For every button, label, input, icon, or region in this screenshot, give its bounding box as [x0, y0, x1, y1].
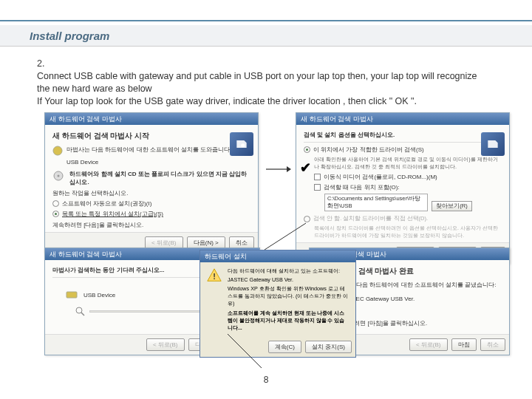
dlg4-cancel-button[interactable]: 취소 — [480, 338, 505, 351]
dlg4-finish-button[interactable]: 마침 — [451, 338, 477, 351]
svg-point-0 — [241, 143, 245, 147]
dlg1-opt-advanced[interactable]: 목록 또는 특정 위치에서 설치(고급)(S) — [52, 210, 250, 218]
dlg1-device: USB Device — [66, 159, 250, 166]
popup-warn: Windows XP 호환성 확인을 위한 Windows 로고 테스트를 통과… — [228, 285, 349, 307]
svg-point-1 — [53, 146, 62, 155]
svg-marker-5 — [287, 166, 291, 172]
checkmark-annotation: ✔ — [300, 160, 311, 176]
step-text: Connect USB cable with gateway and put c… — [37, 70, 482, 108]
dlg2-r2-sub: 목록에서 장치 드라이버를 선택하려면 이 옵션을 선택하십시오. 사용자가 선… — [314, 225, 502, 239]
brand-logo: DOOSAN Infracore — [458, 0, 519, 1]
dlg2-cb2[interactable]: 검색할 때 다음 위치 포함(O): — [314, 183, 502, 191]
dlg1-hint: 하드웨어와 함께 설치 CD 또는 플로피 디스크가 있으면 지금 삽입하십시오… — [69, 170, 250, 186]
dlg1-continue: 계속하려면 [다음]을 클릭하십시오. — [52, 221, 250, 229]
svg-line-8 — [81, 313, 84, 316]
dlg4-back-button[interactable]: < 뒤로(B) — [409, 338, 448, 351]
dlg1-title: 새 하드웨어 검색 마법사 — [50, 115, 122, 124]
popup-stop-button[interactable]: 설치 중지(S) — [305, 341, 352, 353]
brand-sub: Infracore — [458, 0, 519, 1]
page-title: Install program — [0, 25, 532, 47]
dlg3-device: USB Device — [83, 292, 115, 299]
dlg2-r2[interactable]: 검색 안 함. 설치할 드라이버를 직접 선택(D). — [304, 215, 502, 222]
annotation-line — [263, 222, 307, 251]
device-icon — [66, 290, 79, 300]
dlg2-browse-button[interactable]: 찾아보기(R) — [432, 201, 471, 211]
dlg1-prompt: 원하는 작업을 선택하십시오. — [52, 189, 250, 197]
dlg2-title: 새 하드웨어 검색 마법사 — [301, 115, 373, 124]
search-anim-icon — [75, 306, 85, 316]
arrow-icon — [265, 164, 291, 177]
info-icon — [52, 146, 63, 156]
dlg3-title: 새 하드웨어 검색 마법사 — [50, 250, 122, 259]
warning-icon: ! — [206, 267, 222, 284]
dlg2-r1[interactable]: 이 위치에서 가장 적합한 드라이버 검색(S) — [304, 146, 502, 154]
wizard-icon — [230, 132, 253, 156]
dlg2-heading: 검색 및 설치 옵션을 선택하십시오. — [304, 131, 502, 139]
page-number: 8 — [264, 375, 269, 385]
popup-title: 하드웨어 설치 — [205, 252, 247, 262]
popup-warn2: 소프트웨어를 계속 설치하면 현재 또는 나중에 시스템이 불안정해지거나 제대… — [228, 310, 349, 332]
dlg2-path-input[interactable]: C:\Documents and Settings\user\바탕 화면\USB — [324, 194, 428, 211]
dlg1-intro: 마법사는 다음 하드웨어에 대한 소프트웨어 설치를 도와줍니다 — [66, 146, 230, 154]
popup-continue-button[interactable]: 계속(C) — [268, 341, 301, 353]
dlg1-opt-auto[interactable]: 소프트웨어 자동으로 설치(권장)(I) — [52, 200, 250, 208]
cd-icon — [52, 170, 66, 182]
popup-line1: 다음 하드웨어에 대해 설치하고 있는 소프트웨어: — [228, 267, 349, 275]
svg-point-3 — [58, 175, 60, 177]
popup-device: JASTEC Gateway USB Ver. — [228, 276, 349, 283]
dlg2-r1-sub: 아래 확인란을 사용하여 기본 검색 위치(로컬 경로 및 이동식 미디어)를 … — [314, 156, 502, 171]
svg-rect-6 — [66, 292, 77, 298]
wizard-dialog-start: 새 하드웨어 검색 마법사 새 하드웨어 검색 마법사 시작 마법사는 다음 하… — [44, 112, 259, 253]
svg-line-14 — [228, 334, 262, 368]
svg-text:!: ! — [213, 272, 216, 281]
dlg2-cb1[interactable]: 이동식 미디어 검색(플로피, CD-ROM...)(M) — [314, 173, 502, 181]
svg-point-7 — [76, 307, 82, 313]
dlg1-heading: 새 하드웨어 검색 마법사 시작 — [52, 131, 250, 141]
step-number: 2. — [37, 58, 65, 70]
wizard-icon — [481, 132, 505, 156]
wizard-dialog-options: 새 하드웨어 검색 마법사 검색 및 설치 옵션을 선택하십시오. 이 위치에서… — [296, 112, 510, 264]
dlg3-back-button[interactable]: < 뒤로(B) — [146, 338, 185, 351]
svg-line-13 — [265, 223, 306, 250]
annotation-line — [226, 332, 270, 369]
hardware-install-popup: 하드웨어 설치 ! 다음 하드웨어에 대해 설치하고 있는 소프트웨어: JAS… — [200, 250, 356, 358]
